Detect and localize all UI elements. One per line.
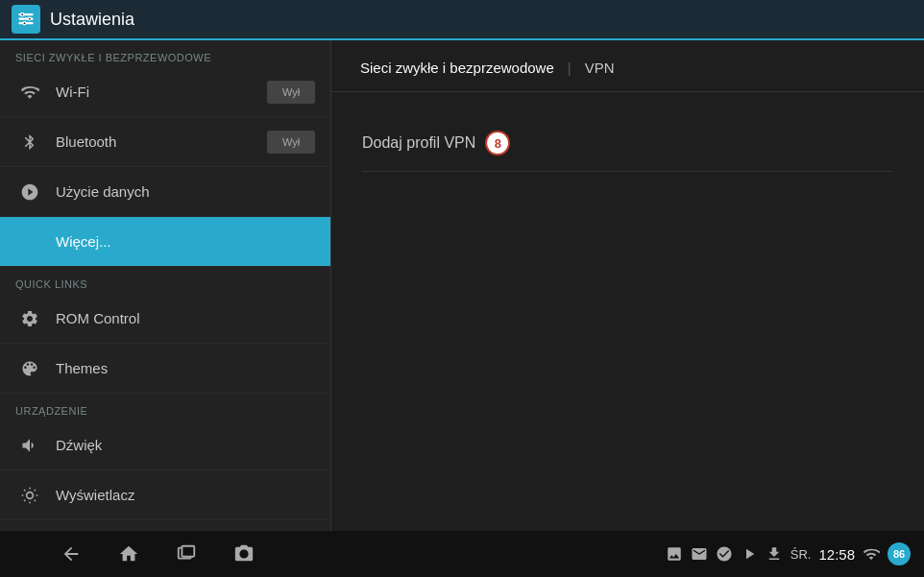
signal-icon [863, 545, 880, 563]
sidebar-item-sound[interactable]: Dźwięk [0, 421, 330, 470]
back-button[interactable] [58, 541, 85, 567]
more-icon [15, 228, 44, 256]
email-icon [716, 545, 733, 563]
sidebar-item-bluetooth[interactable]: Bluetooth Wył [0, 117, 330, 167]
data-usage-icon [15, 178, 44, 206]
bottom-bar: ŚR. 12:58 86 [0, 531, 924, 577]
vpn-add-label: Dodaj profil VPN [362, 134, 475, 152]
settings-app-icon [12, 5, 40, 34]
screenshot-button[interactable] [231, 541, 257, 567]
battery-level-badge: 86 [888, 542, 911, 565]
section-label-quicklinks: QUICK LINKS [0, 267, 330, 294]
mail-icon [691, 545, 708, 563]
recent-apps-button[interactable] [173, 541, 200, 567]
data-usage-label: Użycie danych [56, 183, 315, 200]
display-icon [15, 481, 44, 510]
bluetooth-label: Bluetooth [56, 133, 267, 150]
home-button[interactable] [115, 541, 142, 567]
svg-rect-8 [182, 546, 194, 557]
tab-separator: | [568, 60, 571, 76]
bluetooth-icon [15, 128, 44, 156]
wifi-icon [15, 78, 44, 107]
wifi-label: Wi-Fi [56, 84, 267, 100]
svg-point-4 [28, 17, 31, 20]
rom-control-icon [15, 304, 44, 333]
bluetooth-toggle[interactable]: Wył [267, 131, 315, 154]
content-tab-bar: Sieci zwykłe i bezprzewodowe | VPN [331, 40, 924, 92]
sidebar-item-display[interactable]: Wyświetlacz [0, 470, 330, 520]
section-label-device: URZĄDZENIE [0, 394, 330, 421]
sidebar-item-more[interactable]: Więcej... [0, 217, 330, 267]
themes-label: Themes [56, 360, 315, 376]
tab-vpn[interactable]: VPN [579, 56, 620, 80]
sound-icon [15, 431, 44, 460]
content-body: Dodaj profil VPN 8 [331, 92, 924, 195]
photo-icon [666, 545, 683, 563]
themes-icon [15, 354, 44, 383]
vpn-add-profile-row[interactable]: Dodaj profil VPN 8 [362, 115, 893, 172]
nav-buttons [0, 541, 315, 567]
vpn-profile-count-badge: 8 [485, 131, 510, 156]
rom-control-label: ROM Control [56, 310, 315, 326]
wifi-toggle[interactable]: Wył [267, 81, 315, 104]
status-bar: ŚR. 12:58 86 [666, 542, 924, 565]
more-label: Więcej... [56, 233, 315, 250]
time-display: 12:58 [818, 546, 855, 563]
main-layout: SIECI ZWYKŁE I BEZPRZEWODOWE Wi-Fi Wył B… [0, 40, 924, 531]
app-title: Ustawienia [50, 10, 134, 30]
sidebar-item-themes[interactable]: Themes [0, 344, 330, 394]
download-icon [766, 545, 783, 563]
svg-point-5 [23, 22, 26, 25]
sidebar-item-rom-control[interactable]: ROM Control [0, 294, 330, 344]
section-label-networks: SIECI ZWYKŁE I BEZPRZEWODOWE [0, 40, 330, 67]
sidebar-item-storage[interactable]: Pamięć [0, 520, 330, 531]
sidebar: SIECI ZWYKŁE I BEZPRZEWODOWE Wi-Fi Wył B… [0, 40, 331, 531]
display-label: Wyświetlacz [56, 487, 315, 503]
sidebar-item-data-usage[interactable]: Użycie danych [0, 167, 330, 217]
top-bar: Ustawienia [0, 0, 924, 40]
svg-point-3 [21, 13, 24, 16]
sound-label: Dźwięk [56, 437, 315, 453]
content-area: Sieci zwykłe i bezprzewodowe | VPN Dodaj… [331, 40, 924, 531]
day-display: ŚR. [790, 547, 812, 562]
play-icon [741, 545, 758, 563]
svg-point-6 [27, 492, 34, 498]
sidebar-item-wifi[interactable]: Wi-Fi Wył [0, 67, 330, 117]
tab-networks[interactable]: Sieci zwykłe i bezprzewodowe [354, 56, 560, 80]
